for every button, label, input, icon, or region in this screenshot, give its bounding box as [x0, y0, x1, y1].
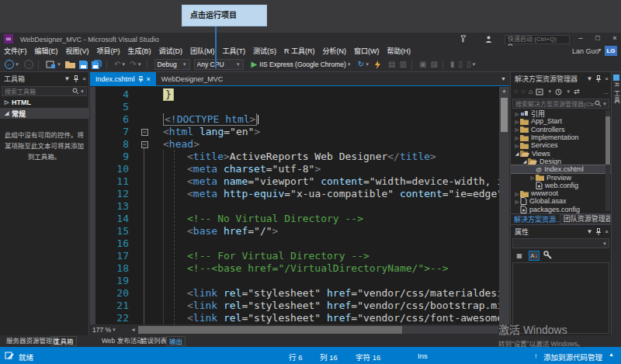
undo-icon[interactable]: ↶ — [114, 57, 120, 71]
forward-icon[interactable]: ○ — [521, 88, 525, 95]
pin-icon[interactable] — [138, 76, 144, 82]
toolbox-search-input[interactable]: 搜索工具箱 ▼ — [2, 86, 87, 96]
browser-link-icon[interactable] — [373, 61, 382, 69]
close-icon[interactable]: × — [605, 75, 609, 82]
menu-item-6[interactable]: 团队(M) — [186, 46, 219, 57]
tree-item-implementation[interactable]: ▷Implementation — [511, 133, 611, 141]
tree-item-web.config[interactable]: web.config — [511, 182, 611, 189]
code-line[interactable]: 20<link rel="stylesheet" href="vendor/cs… — [90, 287, 499, 300]
maximize-button[interactable]: □ — [592, 34, 604, 42]
code-line[interactable]: 4} — [90, 88, 499, 101]
editor-zoom-control[interactable]: 177 % ▼ — [92, 325, 128, 335]
close-icon[interactable]: × — [147, 75, 151, 83]
pin-icon[interactable] — [595, 75, 602, 82]
feedback-flag-icon[interactable] — [460, 35, 467, 43]
vertical-scrollbar[interactable]: ▲ — [499, 87, 509, 324]
menu-item-9[interactable]: R 工具(R) — [280, 46, 319, 57]
pin-icon[interactable] — [595, 228, 602, 235]
code-line[interactable]: 12<meta http-equiv="x-ua-compatible" con… — [90, 188, 499, 200]
collapsed-arrow-icon[interactable]: ▷ — [514, 111, 520, 116]
tab-webdesigner_mvc[interactable]: WebDesigner_MVC — [156, 72, 228, 85]
run-dropdown-caret[interactable]: ▼ — [347, 62, 352, 67]
platform-combo[interactable]: Any CPU▼ — [194, 59, 244, 70]
fold-margin[interactable]: – — [135, 126, 154, 138]
back-dropdown-caret[interactable]: ▼ — [15, 62, 19, 67]
search-options-caret[interactable]: ▼ — [80, 89, 85, 94]
tree-scroll-thumb[interactable] — [605, 116, 610, 165]
menu-item-8[interactable]: 测试(S) — [249, 46, 280, 57]
next-bookmark-icon[interactable]: ▯ — [467, 57, 471, 71]
toolbox-header[interactable]: 工具箱 ▼ × — [0, 72, 88, 85]
tree-item-app_start[interactable]: ▷App_Start — [511, 117, 611, 125]
code-line[interactable]: 7–<html lang="en"> — [90, 126, 499, 138]
add-to-source-control-button[interactable]: 添加到源代码管理 — [543, 352, 602, 362]
close-button[interactable]: × — [609, 34, 621, 42]
collapsed-arrow-icon[interactable]: ▷ — [514, 127, 520, 132]
collapsed-arrow-icon[interactable]: ▷ — [514, 199, 520, 204]
vertical-scroll-thumb[interactable] — [501, 98, 508, 132]
back-icon[interactable]: ○ — [514, 88, 518, 95]
window-position-caret-icon[interactable]: ▼ — [64, 75, 70, 82]
tab-index.cshtml[interactable]: Index.cshtml× — [90, 72, 156, 85]
new-project-icon[interactable] — [46, 60, 56, 69]
close-icon[interactable]: × — [82, 75, 86, 82]
scroll-up-arrow-icon[interactable]: ▲ — [499, 87, 509, 95]
expanded-arrow-icon[interactable]: ◢ — [514, 151, 520, 156]
properties-object-combo[interactable]: ▼ — [512, 238, 609, 248]
solution-search-input[interactable]: 搜索解决方案资源管理器(Ctrl- ▼ — [512, 99, 609, 109]
signed-in-user[interactable]: Lan Guo — [572, 47, 599, 55]
save-icon[interactable] — [79, 61, 88, 69]
tree-item-preview[interactable]: ▷Preview — [511, 173, 611, 181]
home-icon[interactable]: ⌂ — [529, 88, 533, 95]
toolbar-overflow-caret[interactable]: ▼ — [471, 62, 476, 67]
code-line[interactable]: 9<title>ActiveReports Web Designer</titl… — [90, 151, 499, 163]
tree-item-services[interactable]: ▷Services — [511, 141, 611, 149]
panel-tab-team-explorer[interactable]: 团队资源管理器 — [560, 214, 611, 224]
fold-margin[interactable]: – — [135, 138, 154, 151]
tree-item-controllers[interactable]: ▷Controllers — [511, 126, 611, 133]
collapse-all-icon[interactable] — [536, 88, 543, 95]
code-line[interactable]: 5 — [90, 101, 499, 113]
menu-item-10[interactable]: 分析(N) — [319, 46, 351, 57]
toolbox-group-常规[interactable]: ◢常规 — [0, 108, 88, 119]
filter-caret-icon[interactable]: ▼ — [566, 89, 571, 94]
collapse-box-icon[interactable]: – — [141, 141, 148, 148]
scroll-left-arrow-icon[interactable]: ◄ — [130, 327, 136, 332]
run-target-label[interactable]: IIS Express (Google Chrome) — [259, 57, 345, 71]
collapse-box-icon[interactable]: – — [141, 129, 148, 136]
code-line[interactable]: 21<link rel="stylesheet" href="vendor/cs… — [90, 300, 499, 312]
navigate-back-icon[interactable]: ← — [5, 60, 14, 69]
avatar[interactable]: LG — [605, 46, 617, 56]
minimize-button[interactable]: – — [574, 34, 587, 42]
autohide-tab-r-tools[interactable]: R 工具 — [612, 75, 621, 104]
collapsed-arrow-icon[interactable]: ▷ — [514, 191, 520, 196]
run-play-icon[interactable]: ▶ — [252, 57, 258, 71]
tree-item-design[interactable]: ◢Design — [511, 158, 611, 165]
categorized-icon[interactable]: ▦ — [514, 251, 525, 261]
code-line[interactable]: 6<!DOCTYPE html> — [90, 113, 499, 126]
source-control-caret-icon[interactable]: ▲ — [609, 352, 614, 357]
menu-item-4[interactable]: 生成(B) — [124, 46, 155, 57]
menu-item-5[interactable]: 调试(D) — [155, 46, 187, 57]
menu-item-0[interactable]: 文件(F) — [0, 46, 31, 57]
zoom-caret-icon[interactable]: ▼ — [112, 328, 116, 332]
solution-explorer-header[interactable]: 解决方案资源管理器 ▼ × — [511, 72, 611, 85]
toolbox-group-html[interactable]: ▷HTML — [0, 97, 88, 108]
expanded-arrow-icon[interactable]: ◢ — [522, 158, 528, 164]
redo-caret[interactable]: ▼ — [137, 62, 142, 67]
code-line[interactable]: 15<base href="/"> — [90, 225, 499, 237]
code-line[interactable]: 13 — [90, 200, 499, 213]
undo-caret[interactable]: ▼ — [121, 62, 126, 67]
sync-class-view-icon[interactable]: ▤ — [388, 57, 395, 71]
window-position-caret-icon[interactable]: ▼ — [586, 228, 592, 235]
code-line[interactable]: 19 — [90, 275, 499, 287]
code-line[interactable]: 14<!-- No Virtual Directory --> — [90, 213, 499, 225]
pin-icon[interactable] — [73, 75, 79, 82]
save-all-icon[interactable] — [92, 60, 102, 69]
bottom-tab-output-group-1[interactable]: 错误列表 — [138, 336, 169, 346]
code-line[interactable]: 18<!--<base href="/VirtualDirectoryName/… — [90, 262, 499, 275]
navigate-to-icon[interactable]: ▨ — [430, 57, 437, 71]
window-position-caret-icon[interactable]: ▼ — [586, 75, 592, 82]
tree-item-global.asax[interactable]: ▷Global.asax — [511, 197, 611, 205]
find-in-files-icon[interactable]: ▣ — [419, 57, 426, 71]
